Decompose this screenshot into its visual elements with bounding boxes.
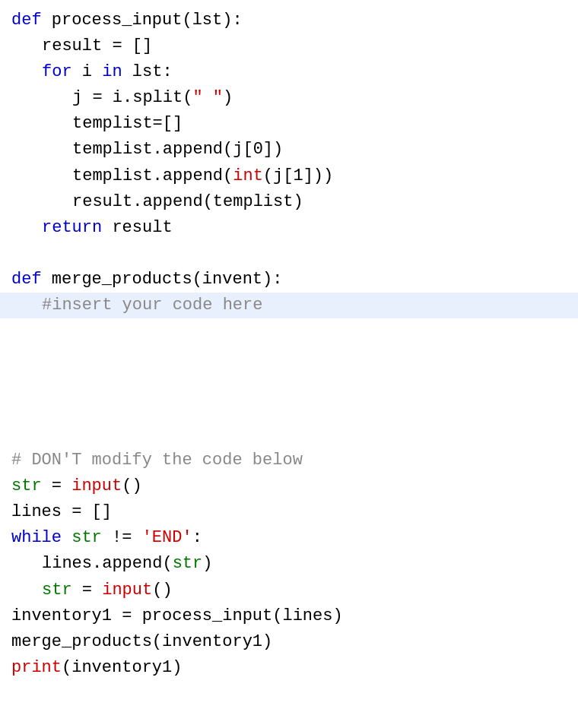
code-line <box>0 370 578 396</box>
code-line: templist=[] <box>0 111 578 137</box>
token-plain: templist.append(j[0]) <box>72 140 283 159</box>
token-kw-blue: def <box>11 11 52 30</box>
code-line: return result <box>0 215 578 241</box>
code-line: def process_input(lst): <box>0 8 578 33</box>
code-line <box>0 344 578 370</box>
token-kw-red: int <box>233 166 263 185</box>
token-comment: #insert your code here <box>42 296 262 315</box>
token-plain: templist=[] <box>72 114 183 133</box>
token-plain: templist.append( <box>72 166 233 185</box>
token-plain: result.append(templist) <box>72 192 303 211</box>
code-line: lines.append(str) <box>0 551 578 577</box>
token-comment: # DON'T modify the code below <box>11 451 303 470</box>
token-plain: i <box>82 62 102 81</box>
token-plain: (j[1])) <box>263 166 333 185</box>
token-plain: ) <box>202 554 212 573</box>
token-kw-red: input <box>71 476 122 495</box>
code-line: j = i.split(" ") <box>0 85 578 111</box>
code-editor: def process_input(lst):result = []for i … <box>0 0 578 688</box>
token-plain: = <box>42 476 72 495</box>
code-line: merge_products(inventory1) <box>0 629 578 655</box>
code-line: # DON'T modify the code below <box>0 448 578 473</box>
token-kw-green: str <box>42 581 72 600</box>
token-plain: != <box>102 528 142 547</box>
token-plain: = <box>72 581 103 600</box>
token-plain: result <box>112 218 172 237</box>
token-plain: merge_products(invent): <box>52 270 283 289</box>
token-string: " " <box>192 88 223 107</box>
token-plain: : <box>192 528 202 547</box>
code-line: while str != 'END': <box>0 525 578 551</box>
token-plain: process_input(lst): <box>52 11 243 30</box>
token-kw-blue: while <box>11 528 71 547</box>
token-kw-blue: for <box>42 62 82 81</box>
token-plain: () <box>122 476 141 495</box>
token-kw-green: str <box>173 554 203 573</box>
token-plain: lines = [] <box>11 502 112 521</box>
code-line: #insert your code here <box>0 293 578 318</box>
token-kw-red: print <box>11 658 62 677</box>
code-line: inventory1 = process_input(lines) <box>0 603 578 629</box>
token-plain: merge_products(inventory1) <box>11 632 272 651</box>
code-line <box>0 422 578 448</box>
token-string: 'END' <box>142 528 192 547</box>
token-plain: (inventory1) <box>62 658 182 677</box>
token-plain: lst: <box>132 62 173 81</box>
token-plain: inventory1 = process_input(lines) <box>11 606 343 625</box>
token-kw-blue: return <box>42 218 112 237</box>
token-plain: ) <box>223 88 233 107</box>
code-line <box>0 396 578 422</box>
code-line: str = input() <box>0 578 578 603</box>
code-line: print(inventory1) <box>0 655 578 681</box>
token-kw-green: str <box>71 528 102 547</box>
token-kw-blue: def <box>11 270 52 289</box>
code-line: str = input() <box>0 473 578 499</box>
token-plain: result = [] <box>42 36 152 55</box>
code-line <box>0 241 578 267</box>
code-line: templist.append(int(j[1])) <box>0 163 578 189</box>
token-plain: lines.append( <box>42 554 173 573</box>
code-line: lines = [] <box>0 499 578 525</box>
token-plain: j = i.split( <box>72 88 192 107</box>
code-line <box>0 318 578 344</box>
code-line: def merge_products(invent): <box>0 267 578 293</box>
token-kw-blue: in <box>102 62 132 81</box>
code-line: for i in lst: <box>0 59 578 85</box>
code-line: templist.append(j[0]) <box>0 137 578 163</box>
token-kw-red: input <box>102 581 152 600</box>
token-plain: () <box>152 581 172 600</box>
code-line: result = [] <box>0 33 578 59</box>
code-line: result.append(templist) <box>0 189 578 215</box>
token-kw-green: str <box>11 476 42 495</box>
